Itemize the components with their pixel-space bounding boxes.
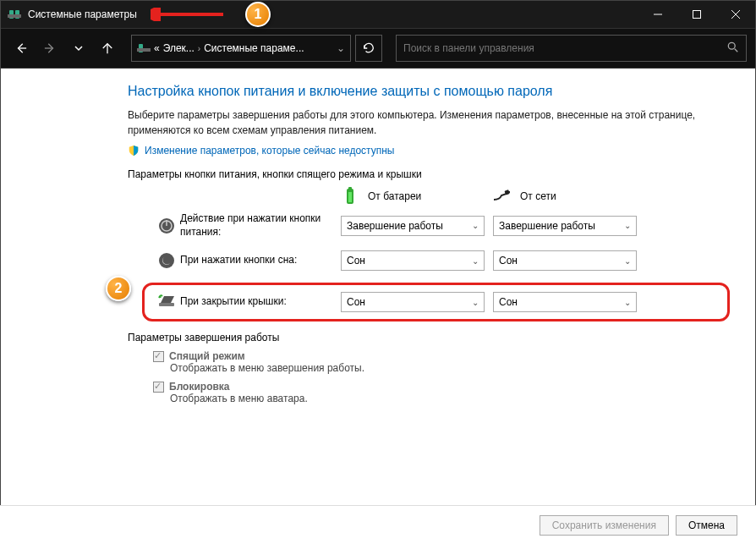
laptop-lid-icon bbox=[157, 293, 176, 311]
svg-rect-23 bbox=[159, 303, 174, 306]
cancel-button[interactable]: Отмена bbox=[676, 515, 737, 536]
close-button[interactable] bbox=[716, 1, 755, 28]
page-description: Выберите параметры завершения работы для… bbox=[128, 107, 721, 138]
section-power-buttons-label: Параметры кнопки питания, кнопки спящего… bbox=[128, 168, 721, 180]
nav-recent-button[interactable] bbox=[67, 36, 90, 60]
section-shutdown-label: Параметры завершения работы bbox=[128, 332, 721, 343]
col-battery: От батареи bbox=[341, 187, 493, 206]
annotation-arrow-1 bbox=[151, 8, 227, 21]
checkbox-sleep-label: Спящий режим bbox=[169, 350, 245, 362]
maximize-button[interactable] bbox=[677, 1, 716, 28]
save-button[interactable]: Сохранить изменения bbox=[540, 515, 669, 536]
app-icon bbox=[8, 8, 21, 21]
svg-rect-17 bbox=[348, 192, 352, 202]
row-lid-label: При закрытии крышки: bbox=[180, 295, 341, 309]
chevron-down-icon: ⌄ bbox=[624, 221, 631, 230]
refresh-button[interactable] bbox=[355, 35, 382, 62]
svg-rect-2 bbox=[8, 14, 21, 18]
row-sleep-label: При нажатии кнопки сна: bbox=[180, 254, 341, 267]
dropdown-lid-battery[interactable]: Сон⌄ bbox=[341, 292, 485, 312]
breadcrumb-seg1[interactable]: Элек... bbox=[163, 42, 194, 54]
chevron-down-icon: ⌄ bbox=[472, 256, 479, 266]
col-battery-label: От батареи bbox=[368, 190, 421, 202]
svg-rect-16 bbox=[348, 187, 352, 190]
power-button-icon bbox=[157, 217, 176, 235]
page-heading: Настройка кнопок питания и включение защ… bbox=[128, 84, 721, 99]
row-lid-close: При закрытии крышки: Сон⌄ Сон⌄ bbox=[142, 283, 730, 321]
breadcrumb[interactable]: « Элек... › Системные параме... ⌄ bbox=[131, 35, 351, 62]
col-ac: От сети bbox=[493, 187, 645, 206]
title-bar: Системные параметры bbox=[1, 1, 755, 28]
power-grid: От батареи От сети Действие при нажатии … bbox=[153, 187, 721, 321]
search-box[interactable] bbox=[396, 35, 747, 62]
annotation-badge-2: 2 bbox=[106, 276, 131, 301]
nav-forward-button[interactable] bbox=[38, 36, 62, 60]
chevron-right-icon: › bbox=[198, 44, 200, 53]
sleep-button-icon bbox=[157, 251, 176, 270]
svg-rect-5 bbox=[693, 11, 701, 19]
dropdown-sleep-ac[interactable]: Сон⌄ bbox=[493, 250, 637, 271]
chevron-down-icon: ⌄ bbox=[472, 221, 479, 230]
svg-point-13 bbox=[728, 42, 735, 49]
checkbox-lock-label: Блокировка bbox=[169, 381, 230, 393]
row-sleep-button: При нажатии кнопки сна: Сон⌄ Сон⌄ bbox=[153, 249, 721, 272]
dropdown-power-battery[interactable]: Завершение работы⌄ bbox=[341, 216, 485, 236]
row-power-label: Действие при нажатии кнопки питания: bbox=[180, 212, 341, 239]
annotation-badge-1: 1 bbox=[245, 2, 271, 27]
dropdown-lid-ac[interactable]: Сон⌄ bbox=[493, 292, 637, 312]
svg-line-14 bbox=[735, 48, 738, 52]
chevron-down-icon[interactable]: ⌄ bbox=[337, 42, 345, 54]
svg-rect-12 bbox=[137, 48, 151, 52]
change-unavailable-label: Изменение параметров, которые сейчас нед… bbox=[145, 145, 395, 157]
checkbox-lock-sub: Отображать в меню аватара. bbox=[170, 393, 721, 404]
chevron-down-icon: ⌄ bbox=[624, 298, 631, 307]
window-title: Системные параметры bbox=[28, 8, 137, 20]
checkbox-sleep bbox=[153, 351, 164, 362]
search-input[interactable] bbox=[403, 42, 727, 54]
change-unavailable-link[interactable]: Изменение параметров, которые сейчас нед… bbox=[128, 145, 721, 157]
dropdown-sleep-battery[interactable]: Сон⌄ bbox=[341, 250, 485, 271]
svg-point-22 bbox=[159, 253, 174, 268]
nav-up-button[interactable] bbox=[96, 36, 119, 60]
nav-back-button[interactable] bbox=[9, 36, 33, 60]
breadcrumb-prefix: « bbox=[154, 42, 160, 54]
minimize-button[interactable] bbox=[638, 1, 677, 28]
shield-icon bbox=[128, 145, 140, 157]
chevron-down-icon: ⌄ bbox=[472, 298, 479, 307]
col-ac-label: От сети bbox=[520, 190, 556, 202]
footer: Сохранить изменения Отмена bbox=[0, 505, 756, 544]
checkbox-sleep-sub: Отображать в меню завершения работы. bbox=[170, 362, 721, 374]
breadcrumb-icon bbox=[137, 41, 151, 55]
row-power-button: Действие при нажатии кнопки питания: Зав… bbox=[153, 212, 721, 239]
battery-icon bbox=[341, 187, 359, 206]
plug-icon bbox=[493, 187, 512, 206]
search-icon[interactable] bbox=[727, 41, 739, 56]
breadcrumb-seg2[interactable]: Системные параме... bbox=[204, 42, 304, 54]
checkbox-lock bbox=[153, 382, 164, 393]
dropdown-power-ac[interactable]: Завершение работы⌄ bbox=[493, 216, 637, 236]
chevron-down-icon: ⌄ bbox=[624, 256, 631, 266]
navigation-bar: « Элек... › Системные параме... ⌄ bbox=[1, 28, 755, 69]
